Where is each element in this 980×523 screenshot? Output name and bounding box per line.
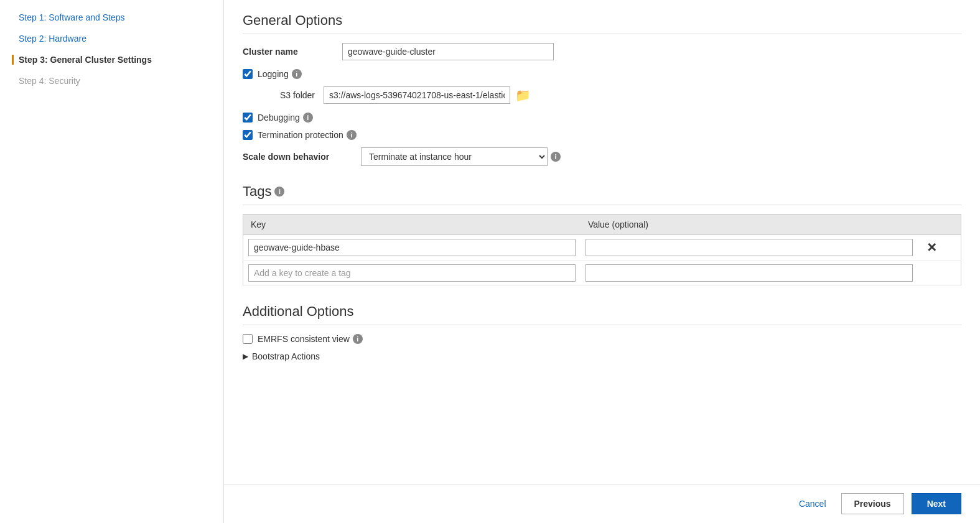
folder-icon[interactable]: 📁 (515, 88, 531, 103)
new-tag-action-cell (918, 261, 961, 286)
logging-info-icon[interactable]: i (292, 69, 302, 79)
tag-remove-cell: ✕ (918, 235, 961, 261)
scale-down-select[interactable]: Terminate at instance hour Terminate at … (361, 147, 548, 166)
sidebar-step4-label: Step 4: Security (19, 76, 80, 86)
tags-header-row: Key Value (optional) (243, 215, 961, 235)
emrfs-label: EMRFS consistent view (258, 334, 350, 344)
sidebar-item-step2[interactable]: Step 2: Hardware (19, 34, 211, 44)
debugging-info-icon[interactable]: i (303, 113, 313, 123)
table-row (243, 261, 961, 286)
cluster-name-input[interactable] (342, 43, 554, 60)
emrfs-info-icon[interactable]: i (353, 334, 363, 344)
tags-col-key: Key (243, 215, 581, 235)
logging-label: Logging (258, 69, 289, 79)
tags-info-icon[interactable]: i (274, 187, 284, 197)
triangle-icon: ▶ (243, 352, 248, 361)
next-button[interactable]: Next (912, 493, 961, 514)
tag-remove-button[interactable]: ✕ (923, 239, 941, 256)
emrfs-row: EMRFS consistent view i (243, 334, 961, 344)
new-tag-key-cell (243, 261, 581, 286)
general-options-section: General Options Cluster name Logging i S… (243, 12, 961, 166)
sidebar-step3-label: Step 3: General Cluster Settings (19, 55, 152, 65)
tags-title: Tags i (243, 183, 961, 205)
debugging-checkbox[interactable] (243, 113, 253, 123)
scale-down-label: Scale down behavior (243, 152, 355, 162)
general-options-title: General Options (243, 12, 961, 34)
termination-protection-info-icon[interactable]: i (347, 130, 357, 140)
new-tag-value-cell (581, 261, 918, 286)
tags-col-action (918, 215, 961, 235)
sidebar-item-step1[interactable]: Step 1: Software and Steps (19, 12, 211, 22)
previous-button[interactable]: Previous (841, 493, 904, 514)
main-content: General Options Cluster name Logging i S… (224, 0, 980, 523)
debugging-row: Debugging i (243, 113, 961, 123)
cluster-name-row: Cluster name (243, 43, 961, 60)
table-row: ✕ (243, 235, 961, 261)
s3-folder-input[interactable] (324, 86, 510, 104)
tag-value-cell (581, 235, 918, 261)
scale-down-row: Scale down behavior Terminate at instanc… (243, 147, 961, 166)
tags-col-value: Value (optional) (581, 215, 918, 235)
bootstrap-actions-row[interactable]: ▶ Bootstrap Actions (243, 351, 961, 361)
cluster-name-label: Cluster name (243, 47, 336, 57)
tag-key-input[interactable] (248, 239, 576, 256)
new-tag-value-input[interactable] (586, 264, 913, 282)
bootstrap-label: Bootstrap Actions (252, 351, 320, 361)
additional-options-section: Additional Options EMRFS consistent view… (243, 303, 961, 361)
scale-down-info-icon[interactable]: i (551, 152, 561, 162)
tags-title-text: Tags (243, 183, 271, 200)
s3-folder-label: S3 folder (280, 90, 324, 100)
cancel-button[interactable]: Cancel (791, 495, 834, 512)
emrfs-checkbox[interactable] (243, 334, 253, 344)
termination-protection-row: Termination protection i (243, 130, 961, 140)
bottom-action-bar: Cancel Previous Next (224, 484, 980, 523)
sidebar-item-step4: Step 4: Security (19, 76, 211, 86)
s3-folder-row: S3 folder 📁 (280, 86, 961, 104)
sidebar-step2-link[interactable]: Step 2: Hardware (19, 34, 86, 44)
termination-protection-checkbox[interactable] (243, 130, 253, 140)
tags-table: Key Value (optional) (243, 214, 961, 286)
sidebar: Step 1: Software and Steps Step 2: Hardw… (0, 0, 224, 523)
sidebar-item-step3: Step 3: General Cluster Settings (12, 55, 211, 65)
sidebar-step1-link[interactable]: Step 1: Software and Steps (19, 12, 124, 22)
new-tag-key-input[interactable] (248, 264, 576, 282)
debugging-label: Debugging (258, 113, 300, 123)
termination-protection-label: Termination protection (258, 130, 343, 140)
tag-key-cell (243, 235, 581, 261)
logging-checkbox[interactable] (243, 69, 253, 79)
tags-section: Tags i Key Value (optional) (243, 183, 961, 286)
tag-value-input[interactable] (586, 239, 913, 256)
logging-row: Logging i (243, 69, 961, 79)
additional-options-title: Additional Options (243, 303, 961, 325)
